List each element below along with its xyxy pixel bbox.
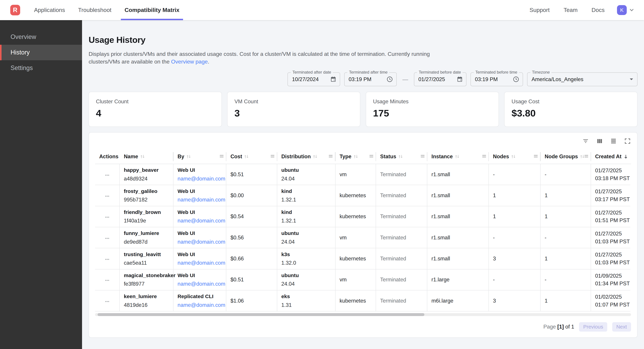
column-menu-icon[interactable] [370,155,373,158]
terminated-before-date-field[interactable]: Terminated before date 01/27/2025 [414,72,466,86]
clock-icon[interactable] [386,76,393,82]
top-navbar: R Applications Troubleshoot Compatibilit… [0,0,644,20]
column-header-nodes[interactable]: Nodes [489,149,540,164]
sort-icon[interactable] [353,154,358,159]
row-node-groups-cell: - [540,227,591,248]
sort-icon[interactable] [398,154,403,159]
email-link[interactable]: name@domain.com [178,280,226,288]
row-nodes-cell: 3 [489,291,540,312]
column-header-distribution[interactable]: Distribution [277,149,336,164]
calendar-icon[interactable] [330,76,336,82]
sort-icon[interactable] [244,154,249,159]
scrollbar-thumb[interactable] [98,313,424,316]
row-status-cell: Terminated [376,291,427,312]
row-actions-cell[interactable] [95,185,120,206]
email-link[interactable]: name@domain.com [178,196,226,204]
email-link[interactable]: name@domain.com [178,174,226,183]
column-menu-icon[interactable] [584,155,588,158]
email-link[interactable]: name@domain.com [178,238,226,246]
row-by-cell: Web UIname@domain.com [174,185,226,206]
more-actions-icon[interactable] [105,298,110,304]
column-menu-icon[interactable] [482,155,486,158]
table-row[interactable]: keen_lumiere4819de16 Replicated CLIname@… [95,291,631,312]
column-menu-icon[interactable] [421,155,424,158]
table-row[interactable]: magical_stonebrakerfe3f8977 Web UIname@d… [95,270,631,291]
table-row[interactable]: frosty_galileo995b7182 Web UIname@domain… [95,185,631,206]
sort-icon[interactable] [140,154,145,159]
column-header-status[interactable]: Status [376,149,427,164]
row-status-cell: Terminated [376,270,427,291]
column-menu-icon[interactable] [220,155,224,158]
horizontal-scrollbar[interactable] [95,313,631,316]
nav-item-docs[interactable]: Docs [589,7,607,13]
terminated-after-date-field[interactable]: Terminated after date 10/27/2024 [288,72,340,86]
density-icon[interactable] [610,138,617,145]
terminated-after-time-field[interactable]: Terminated after time 03:19 PM [344,72,397,86]
more-actions-icon[interactable] [105,235,110,241]
calendar-icon[interactable] [457,76,463,82]
filter-icon[interactable] [582,138,589,145]
table-row[interactable]: happy_beavera48d9324 Web UIname@domain.c… [95,164,631,185]
sidebar-item-settings[interactable]: Settings [0,60,82,76]
email-link[interactable]: name@domain.com [178,259,226,267]
column-header-cost[interactable]: Cost [226,149,277,164]
overview-page-link[interactable]: Overview page [171,58,208,65]
more-actions-icon[interactable] [105,171,110,178]
row-type-cell: vm [336,227,376,248]
column-menu-icon[interactable] [534,155,538,158]
table-row[interactable]: funny_lumierede9ed87d Web UIname@domain.… [95,227,631,248]
row-actions-cell[interactable] [95,248,120,269]
sort-icon[interactable] [511,154,516,159]
sort-icon[interactable] [186,154,191,159]
row-actions-cell[interactable] [95,164,120,185]
column-header-type[interactable]: Type [336,149,376,164]
row-actions-cell[interactable] [95,291,120,312]
nav-item-applications[interactable]: Applications [30,0,69,20]
row-nodes-cell: 1 [489,206,540,227]
chevron-down-icon[interactable] [629,7,634,13]
dropdown-arrow-icon[interactable] [629,77,634,82]
avatar[interactable]: K [617,5,627,15]
column-menu-icon[interactable] [271,155,274,158]
sidebar-item-history[interactable]: History [0,45,82,60]
column-header-node-groups[interactable]: Node Groups [540,149,591,164]
fullscreen-icon[interactable] [624,138,631,145]
row-created-at-cell: 01/27/202501:03 PM PST [591,227,630,248]
column-menu-icon[interactable] [329,155,332,158]
more-actions-icon[interactable] [105,192,110,199]
more-actions-icon[interactable] [105,256,110,262]
nav-item-support[interactable]: Support [527,7,552,13]
sort-icon[interactable] [580,154,585,159]
table-row[interactable]: trusting_leavittcae5ea11 Web UIname@doma… [95,248,631,269]
more-actions-icon[interactable] [105,213,110,220]
sort-desc-icon[interactable] [623,154,628,159]
columns-icon[interactable] [596,138,603,145]
replicated-logo[interactable]: R [10,5,20,15]
nav-item-compatibility-matrix[interactable]: Compatibility Matrix [121,0,183,20]
email-link[interactable]: name@domain.com [178,217,226,225]
column-header-created-at[interactable]: Created At [591,149,630,164]
sort-icon[interactable] [454,154,460,159]
nav-item-team[interactable]: Team [561,7,580,13]
column-header-by[interactable]: By [174,149,226,164]
row-actions-cell[interactable] [95,270,120,291]
email-link[interactable]: name@domain.com [178,301,226,309]
row-actions-cell[interactable] [95,206,120,227]
sort-icon[interactable] [312,154,318,159]
more-actions-icon[interactable] [105,277,110,283]
column-header-instance[interactable]: Instance [427,149,489,164]
sidebar-item-overview[interactable]: Overview [0,29,82,44]
next-button[interactable]: Next [612,322,631,332]
previous-button[interactable]: Previous [579,322,607,332]
nav-item-troubleshoot[interactable]: Troubleshoot [74,0,115,20]
row-nodes-cell: - [489,270,540,291]
column-header-name[interactable]: Name [120,149,173,164]
row-cost-cell: $0.51 [226,164,277,185]
clock-icon[interactable] [513,76,519,82]
row-actions-cell[interactable] [95,227,120,248]
row-type-cell: kubernetes [336,291,376,312]
timezone-select[interactable]: Timezone America/Los_Angeles [527,72,638,86]
column-header-actions: Actions [95,149,120,164]
table-row[interactable]: friendly_brown1f40a19e Web UIname@domain… [95,206,631,227]
terminated-before-time-field[interactable]: Terminated before time 03:19 PM [470,72,523,86]
